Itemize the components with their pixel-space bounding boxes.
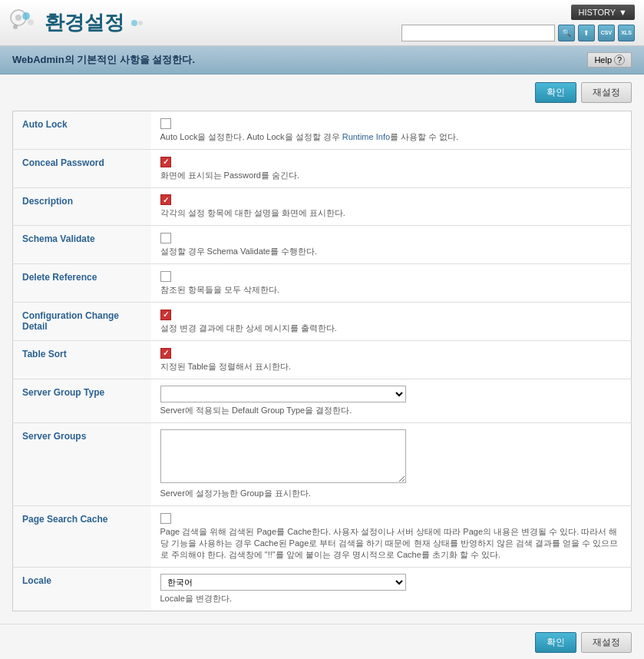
page-search-cache-label: Page Search Cache: [13, 505, 151, 567]
reset-button-bottom[interactable]: 재설정: [581, 632, 632, 653]
server-group-type-select[interactable]: [160, 386, 406, 402]
export-icon: ⬆: [583, 29, 590, 37]
svg-point-2: [22, 12, 30, 20]
locale-select[interactable]: 한국어 English: [160, 574, 406, 591]
delete-reference-checkbox[interactable]: [160, 271, 171, 282]
confirm-button-bottom[interactable]: 확인: [535, 632, 576, 653]
export-button[interactable]: ⬆: [578, 25, 595, 41]
reset-button-top[interactable]: 재설정: [581, 82, 632, 103]
auto-lock-value: Auto Lock을 설정한다. Auto Lock을 설정할 경우 Runti…: [151, 111, 632, 150]
server-group-type-label: Server Group Type: [13, 379, 151, 422]
table-row: Table Sort ✓ 지정된 Table을 정렬해서 표시한다.: [13, 340, 632, 379]
svg-point-3: [28, 19, 34, 25]
description-checkbox[interactable]: ✓: [160, 194, 171, 205]
svg-point-1: [15, 15, 21, 21]
server-groups-label: Server Groups: [13, 422, 151, 505]
server-group-type-value: Server에 적용되는 Default Group Type을 결정한다.: [151, 379, 632, 422]
page-search-cache-value: Page 검색을 위해 검색된 Page를 Cache한다. 사용자 설정이나 …: [151, 505, 632, 567]
content-area: Auto Lock Auto Lock을 설정한다. Auto Lock을 설정…: [0, 111, 644, 624]
csv-button[interactable]: CSV: [598, 25, 615, 41]
page-title: 환경설정: [9, 8, 144, 38]
table-row: Auto Lock Auto Lock을 설정한다. Auto Lock을 설정…: [13, 111, 632, 150]
svg-point-4: [13, 25, 18, 29]
auto-lock-checkbox[interactable]: [160, 118, 171, 129]
page-search-cache-checkbox[interactable]: [160, 513, 171, 524]
description-value: ✓ 각각의 설정 항목에 대한 설명을 화면에 표시한다.: [151, 187, 632, 226]
table-row: Page Search Cache Page 검색을 위해 검색된 Page를 …: [13, 505, 632, 567]
logo-icon: [9, 8, 38, 38]
csv-icon: CSV: [601, 30, 612, 35]
search-icon: 🔍: [562, 28, 571, 37]
delete-reference-description: 참조된 항목들을 모두 삭제한다.: [160, 284, 623, 296]
history-button[interactable]: HISTORY ▼: [571, 5, 635, 20]
table-row: Locale 한국어 English Locale을 변경한다.: [13, 567, 632, 611]
title-decoration-icon: [130, 16, 144, 30]
search-input[interactable]: [401, 25, 555, 41]
svg-point-6: [138, 21, 143, 25]
svg-point-5: [131, 20, 137, 26]
chevron-down-icon: ▼: [619, 8, 627, 17]
table-row: Server Group Type Server에 적용되는 Default G…: [13, 379, 632, 422]
help-icon: ?: [614, 55, 625, 65]
server-groups-value: Server에 설정가능한 Group을 표시한다.: [151, 422, 632, 505]
table-row: Server Groups Server에 설정가능한 Group을 표시한다.: [13, 422, 632, 505]
table-row: Conceal Password ✓ 화면에 표시되는 Password를 숨긴…: [13, 149, 632, 187]
table-sort-checkbox[interactable]: ✓: [160, 348, 171, 359]
schema-validate-label: Schema Validate: [13, 226, 151, 264]
help-button[interactable]: Help ?: [587, 52, 632, 68]
configuration-change-detail-value: ✓ 설정 변경 결과에 대한 상세 메시지를 출력한다.: [151, 303, 632, 341]
conceal-password-checkbox[interactable]: ✓: [160, 157, 171, 167]
sub-header: WebAdmin의 기본적인 사항을 설정한다. Help ?: [0, 46, 644, 75]
conceal-password-value: ✓ 화면에 표시되는 Password를 숨긴다.: [151, 149, 632, 187]
delete-reference-value: 참조된 항목들을 모두 삭제한다.: [151, 264, 632, 303]
sub-header-description: WebAdmin의 기본적인 사항을 설정한다.: [12, 53, 195, 67]
schema-validate-checkbox[interactable]: [160, 233, 171, 243]
excel-button[interactable]: XLS: [618, 25, 635, 41]
table-row: Description ✓ 각각의 설정 항목에 대한 설명을 화면에 표시한다…: [13, 187, 632, 226]
server-groups-textarea[interactable]: [160, 429, 406, 483]
table-row: Schema Validate 설정할 경우 Schema Validate를 …: [13, 226, 632, 264]
auto-lock-label: Auto Lock: [13, 111, 151, 150]
locale-description: Locale을 변경한다.: [160, 593, 623, 604]
conceal-password-label: Conceal Password: [13, 149, 151, 187]
conceal-password-description: 화면에 표시되는 Password를 숨긴다.: [160, 170, 623, 181]
table-sort-label: Table Sort: [13, 340, 151, 379]
table-sort-description: 지정된 Table을 정렬해서 표시한다.: [160, 361, 623, 373]
header: 환경설정 HISTORY ▼ 🔍 ⬆ CSV XLS: [0, 0, 644, 46]
confirm-button-top[interactable]: 확인: [535, 82, 576, 103]
table-row: Configuration Change Detail ✓ 설정 변경 결과에 …: [13, 303, 632, 341]
top-toolbar: 확인 재설정: [0, 75, 644, 111]
configuration-change-detail-checkbox[interactable]: ✓: [160, 310, 171, 320]
search-row: 🔍 ⬆ CSV XLS: [401, 25, 635, 41]
delete-reference-label: Delete Reference: [13, 264, 151, 303]
description-description: 각각의 설정 항목에 대한 설명을 화면에 표시한다.: [160, 207, 623, 219]
configuration-change-detail-label: Configuration Change Detail: [13, 303, 151, 341]
table-sort-value: ✓ 지정된 Table을 정렬해서 표시한다.: [151, 340, 632, 379]
search-button[interactable]: 🔍: [558, 25, 575, 41]
page-search-cache-description: Page 검색을 위해 검색된 Page를 Cache한다. 사용자 설정이나 …: [160, 526, 623, 561]
settings-table: Auto Lock Auto Lock을 설정한다. Auto Lock을 설정…: [12, 111, 632, 611]
description-label: Description: [13, 187, 151, 226]
schema-validate-description: 설정할 경우 Schema Validate를 수행한다.: [160, 246, 623, 257]
bottom-toolbar: 확인 재설정: [0, 624, 644, 659]
server-group-type-description: Server에 적용되는 Default Group Type을 결정한다.: [160, 405, 623, 416]
auto-lock-description: Auto Lock을 설정한다. Auto Lock을 설정할 경우 Runti…: [160, 131, 623, 143]
configuration-change-detail-description: 설정 변경 결과에 대한 상세 메시지를 출력한다.: [160, 323, 623, 334]
schema-validate-value: 설정할 경우 Schema Validate를 수행한다.: [151, 226, 632, 264]
excel-icon: XLS: [621, 30, 632, 35]
locale-value: 한국어 English Locale을 변경한다.: [151, 567, 632, 611]
table-row: Delete Reference 참조된 항목들을 모두 삭제한다.: [13, 264, 632, 303]
header-controls: HISTORY ▼ 🔍 ⬆ CSV XLS: [401, 5, 635, 41]
server-groups-description: Server에 설정가능한 Group을 표시한다.: [160, 488, 623, 499]
locale-label: Locale: [13, 567, 151, 611]
